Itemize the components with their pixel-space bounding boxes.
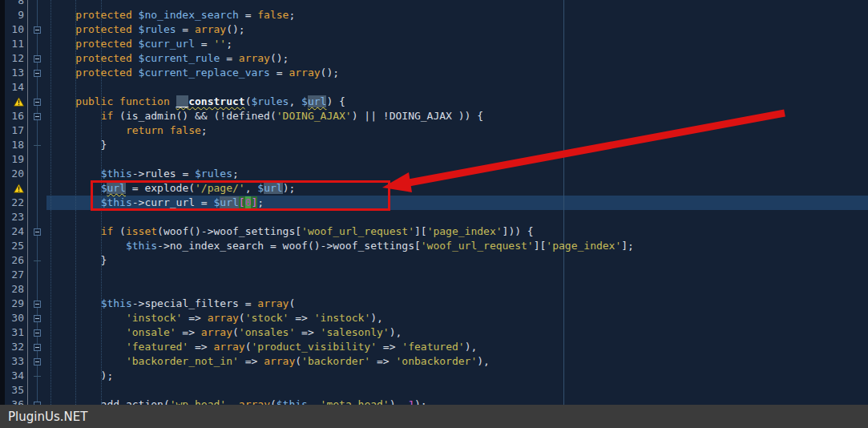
fold-collapse-icon[interactable] (34, 113, 41, 120)
line-number[interactable]: 16 (11, 109, 24, 123)
code-line[interactable]: 23 (0, 210, 868, 224)
line-number[interactable]: 13 (11, 66, 24, 80)
code-text[interactable]: public function __construct($rules, $url… (46, 95, 868, 109)
code-line[interactable]: 31 'onsale' => array('onsales' => 'sales… (0, 325, 868, 340)
line-number[interactable]: 19 (11, 152, 24, 167)
code-text[interactable]: if (isset(woof()->woof_settings['woof_ur… (46, 224, 868, 239)
code-line[interactable]: 24 if (isset(woof()->woof_settings['woof… (0, 224, 868, 239)
line-number[interactable]: 23 (11, 210, 24, 224)
code-text[interactable]: return false; (46, 123, 868, 138)
fold-collapse-icon[interactable] (34, 99, 41, 106)
code-line[interactable]: 28 (0, 282, 868, 297)
code-line[interactable]: 10 protected $rules = array(); (0, 22, 868, 37)
line-number[interactable]: 34 (11, 369, 24, 383)
code-text[interactable]: if (is_admin() && (!defined('DOING_AJAX'… (46, 109, 868, 123)
line-number[interactable]: 9 (18, 8, 24, 22)
line-number[interactable]: 35 (11, 383, 24, 398)
code-line[interactable]: 33 'backorder_not_in' => array('backorde… (0, 354, 868, 369)
code-text[interactable]: $this->no_index_search = woof()->woof_se… (46, 239, 868, 253)
code-text[interactable]: } (46, 138, 868, 152)
line-number[interactable]: 24 (11, 224, 24, 239)
code-text[interactable]: $this->curr_url = $url[0]; (46, 196, 868, 210)
line-number[interactable]: 30 (11, 311, 24, 325)
fold-end-mark (34, 260, 41, 261)
code-text[interactable]: $url = explode('/page/', $url); (46, 181, 868, 196)
line-number[interactable]: 27 (11, 268, 24, 282)
line-number[interactable]: 8 (18, 0, 24, 8)
line-number[interactable]: 12 (11, 51, 24, 66)
editor-left-border (0, 0, 5, 405)
code-line[interactable]: 20 $this->rules = $rules; (0, 167, 868, 181)
code-text[interactable]: protected $current_replace_vars = array(… (46, 66, 868, 80)
code-text[interactable] (46, 268, 868, 282)
line-number[interactable]: 11 (11, 37, 24, 51)
code-line[interactable]: 25 $this->no_index_search = woof()->woof… (0, 239, 868, 253)
code-text[interactable]: protected $rules = array(); (46, 22, 868, 37)
code-line[interactable]: 12 protected $current_rule = array(); (0, 51, 868, 66)
line-number[interactable]: 17 (11, 123, 24, 138)
line-number[interactable]: 31 (11, 325, 24, 340)
code-line[interactable]: 32 'featured' => array('product_visibili… (0, 340, 868, 354)
code-text[interactable]: 'backorder_not_in' => array('backorder' … (46, 354, 868, 369)
fold-collapse-icon[interactable] (34, 26, 41, 34)
code-text[interactable]: 'onsale' => array('onsales' => 'salesonl… (46, 325, 868, 340)
code-line[interactable]: 13 protected $current_replace_vars = arr… (0, 66, 868, 80)
line-number[interactable]: 22 (11, 196, 24, 210)
line-number[interactable]: 18 (11, 138, 24, 152)
code-text[interactable] (46, 152, 868, 167)
code-text[interactable]: $this->special_filters = array( (46, 297, 868, 311)
warning-triangle-icon[interactable] (14, 184, 24, 193)
line-number[interactable]: 28 (11, 282, 24, 297)
code-line[interactable]: 29 $this->special_filters = array( (0, 297, 868, 311)
code-line[interactable]: 14 (0, 80, 868, 95)
code-line[interactable]: 9 protected $no_index_search = false; (0, 8, 868, 22)
code-editor: 89 protected $no_index_search = false;10… (0, 0, 868, 428)
code-text[interactable]: 'instock' => array('stock' => 'instock')… (46, 311, 868, 325)
code-text[interactable]: } (46, 253, 868, 268)
code-text[interactable] (46, 0, 868, 8)
fold-end-mark (34, 376, 41, 377)
line-number[interactable]: 25 (11, 239, 24, 253)
code-line[interactable]: 18 } (0, 138, 868, 152)
line-number[interactable]: 32 (11, 340, 24, 354)
code-text[interactable] (46, 282, 868, 297)
fold-collapse-icon[interactable] (34, 358, 41, 365)
warning-triangle-icon[interactable] (14, 97, 24, 107)
fold-collapse-icon[interactable] (34, 55, 41, 63)
code-line[interactable]: 8 (0, 0, 868, 8)
code-line[interactable]: 11 protected $curr_url = ''; (0, 37, 868, 51)
code-line[interactable]: 22 $this->curr_url = $url[0]; (0, 196, 868, 210)
code-text[interactable]: protected $no_index_search = false; (46, 8, 868, 22)
code-text[interactable] (46, 80, 868, 95)
fold-collapse-icon[interactable] (34, 344, 41, 351)
fold-collapse-icon[interactable] (34, 70, 41, 77)
line-number[interactable]: 20 (11, 167, 24, 181)
fold-collapse-icon[interactable] (34, 301, 41, 308)
code-line[interactable]: $url = explode('/page/', $url); (0, 181, 868, 196)
line-number[interactable]: 14 (11, 80, 24, 95)
fold-collapse-icon[interactable] (34, 329, 41, 337)
code-text[interactable]: protected $curr_url = ''; (46, 37, 868, 51)
fold-collapse-icon[interactable] (34, 315, 41, 322)
code-line[interactable]: 16 if (is_admin() && (!defined('DOING_AJ… (0, 109, 868, 123)
fold-collapse-icon[interactable] (34, 228, 41, 236)
code-text[interactable]: ); (46, 369, 868, 383)
code-line[interactable]: 19 (0, 152, 868, 167)
line-number[interactable]: 29 (11, 297, 24, 311)
code-text[interactable]: 'featured' => array('product_visibility'… (46, 340, 868, 354)
code-line[interactable]: 35 (0, 383, 868, 398)
line-number[interactable]: 26 (11, 253, 24, 268)
code-line[interactable]: 26 } (0, 253, 868, 268)
code-text[interactable] (46, 383, 868, 398)
code-line[interactable]: 17 return false; (0, 123, 868, 138)
code-line[interactable]: 34 ); (0, 369, 868, 383)
code-line[interactable]: 30 'instock' => array('stock' => 'instoc… (0, 311, 868, 325)
code-text[interactable] (46, 210, 868, 224)
fold-end-mark (34, 145, 41, 146)
line-number[interactable]: 10 (11, 22, 24, 37)
code-line[interactable]: 27 (0, 268, 868, 282)
code-text[interactable]: $this->rules = $rules; (46, 167, 868, 181)
code-text[interactable]: protected $current_rule = array(); (46, 51, 868, 66)
code-line[interactable]: public function __construct($rules, $url… (0, 95, 868, 109)
line-number[interactable]: 33 (11, 354, 24, 369)
